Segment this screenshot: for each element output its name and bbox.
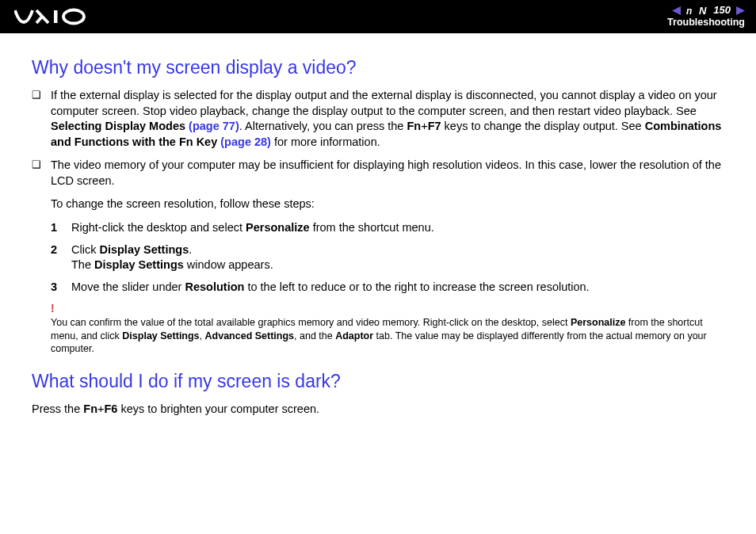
nav-N-icon: N: [699, 6, 710, 15]
svg-marker-5: [736, 6, 745, 15]
header-bar: n N 150 Troubleshooting: [0, 0, 756, 33]
paragraph-dark: Press the Fn+F6 keys to brighten your co…: [32, 402, 732, 418]
nav-next-icon[interactable]: [734, 6, 745, 15]
nav-prev-icon[interactable]: [672, 6, 683, 15]
heading-video: Why doesn't my screen display a video?: [32, 55, 732, 80]
svg-rect-0: [54, 10, 58, 23]
note-block: ! You can confirm the value of the total…: [32, 301, 732, 355]
step-item: 1 Right-click the desktop and select Per…: [51, 220, 732, 236]
nav-n-icon: n: [686, 6, 696, 15]
link-page-77[interactable]: (page 77): [189, 120, 239, 132]
svg-point-1: [63, 10, 84, 24]
svg-text:N: N: [699, 6, 707, 15]
sub-paragraph: To change the screen resolution, follow …: [32, 196, 732, 212]
page-number: 150: [713, 5, 731, 16]
svg-text:n: n: [686, 6, 692, 15]
step-item: 2 Click Display Settings. The Display Se…: [51, 242, 732, 273]
warning-icon: !: [51, 301, 732, 315]
svg-marker-2: [672, 6, 681, 15]
heading-dark: What should I do if my screen is dark?: [32, 369, 732, 394]
page-content: Why doesn't my screen display a video? I…: [0, 33, 756, 433]
link-page-28[interactable]: (page 28): [220, 135, 271, 148]
page-navigation: n N 150: [667, 5, 745, 16]
step-item: 3 Move the slider under Resolution to th…: [51, 280, 732, 296]
bullet-item: The video memory of your computer may be…: [32, 158, 732, 189]
bullet-item: If the external display is selected for …: [32, 88, 732, 150]
vaio-logo: [14, 8, 90, 25]
numbered-steps: 1 Right-click the desktop and select Per…: [32, 220, 732, 295]
section-label: Troubleshooting: [667, 17, 745, 29]
bullet-list-video: If the external display is selected for …: [32, 88, 732, 189]
